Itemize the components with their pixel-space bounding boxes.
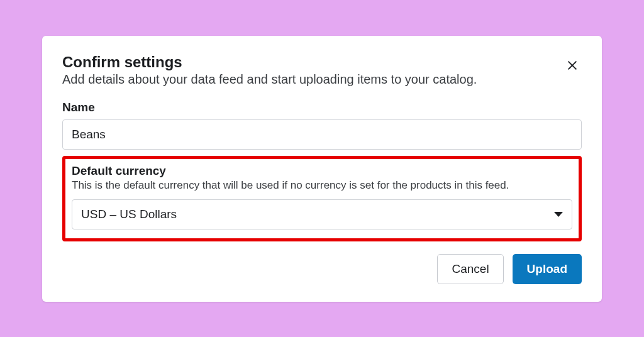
dialog-header: Confirm settings Add details about your …	[62, 53, 582, 87]
header-text: Confirm settings Add details about your …	[62, 53, 563, 87]
currency-help-text: This is the default currency that will b…	[72, 179, 572, 192]
caret-down-icon	[554, 212, 563, 217]
upload-button[interactable]: Upload	[513, 254, 582, 284]
dialog-subtitle: Add details about your data feed and sta…	[62, 72, 563, 87]
currency-highlight-box: Default currency This is the default cur…	[62, 156, 582, 241]
name-label: Name	[62, 101, 582, 114]
name-input[interactable]	[62, 119, 582, 150]
name-field-group: Name	[62, 101, 582, 150]
currency-selected-value: USD – US Dollars	[81, 207, 177, 221]
currency-label: Default currency	[72, 164, 572, 178]
cancel-button[interactable]: Cancel	[437, 254, 503, 284]
dialog-footer: Cancel Upload	[62, 254, 582, 284]
close-button[interactable]	[563, 56, 582, 77]
confirm-settings-dialog: Confirm settings Add details about your …	[42, 36, 602, 302]
currency-select-wrapper: USD – US Dollars	[72, 199, 572, 229]
dialog-title: Confirm settings	[62, 53, 563, 71]
currency-select[interactable]: USD – US Dollars	[72, 199, 572, 229]
close-icon	[565, 58, 579, 72]
